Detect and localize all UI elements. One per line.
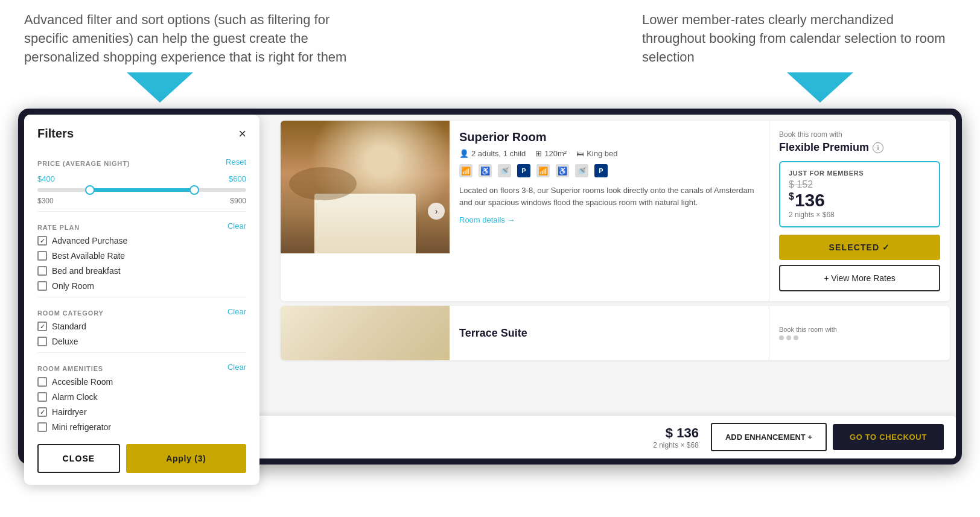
room-category-deluxe[interactable]: Deluxe: [37, 337, 246, 346]
book-with-label: Book this room with: [779, 130, 940, 139]
price-section-label: PRICE (AVERAGE NIGHT): [37, 160, 130, 167]
view-more-rates-button[interactable]: + View More Rates: [779, 265, 940, 291]
room-size: ⊞ 120m²: [535, 149, 567, 158]
room-category-label: ROOM CATEGORY: [37, 309, 104, 317]
accessible-icon-1: ♿: [479, 164, 492, 177]
price-low-value: $400: [37, 174, 55, 183]
parking-icon-1: P: [517, 164, 530, 177]
bed-icon: 🛏: [576, 149, 584, 158]
checkbox-accessible[interactable]: [37, 377, 47, 387]
amenity-label-1: Alarm Clock: [52, 392, 97, 402]
checkbox-bed-breakfast[interactable]: [37, 266, 47, 276]
divider-1: [37, 211, 246, 212]
checkbox-hairdryer[interactable]: [37, 407, 47, 417]
selection-nights: 2 nights × $68: [653, 441, 699, 449]
person-icon: 👤: [459, 149, 469, 158]
room-amenities-label: ROOM AMENITIES: [37, 365, 103, 372]
price-box: JUST FOR MEMBERS $ 152 $136 2 nights × $…: [779, 161, 940, 227]
room-name: Superior Room: [459, 130, 759, 144]
amenity-label-3: Mini refrigerator: [52, 422, 111, 432]
terrace-book-with-label: Book this room with: [779, 326, 940, 333]
rate-plan-section-label: RATE PLAN: [37, 224, 80, 231]
booking-panel: Book this room with Flexible Premium i J…: [769, 121, 950, 301]
rate-plan-name-text: Flexible Premium: [779, 141, 869, 154]
checkbox-deluxe[interactable]: [37, 337, 47, 346]
accessible-icon-2: ♿: [556, 164, 569, 177]
device-frame: Filters × PRICE (AVERAGE NIGHT) Reset $4…: [18, 109, 962, 465]
checkbox-standard[interactable]: [37, 322, 47, 331]
rate-plan-label-2: Bed and breakfast: [52, 266, 121, 276]
room-image-wrap: ›: [281, 121, 450, 301]
go-to-checkout-button[interactable]: GO TO CHECKOUT: [833, 424, 944, 450]
close-filter-button[interactable]: CLOSE: [37, 444, 120, 458]
room-category-label-0: Standard: [52, 322, 86, 331]
rate-plan-option-2[interactable]: Bed and breakfast: [37, 266, 246, 276]
room-category-label-1: Deluxe: [52, 337, 78, 346]
checkbox-best-available[interactable]: [37, 251, 47, 261]
size-icon: ⊞: [535, 149, 542, 158]
rate-plan-label-0: Advanced Purchase: [52, 236, 127, 246]
rate-plan-label-1: Best Available Rate: [52, 251, 125, 261]
room-details-link[interactable]: Room details →: [459, 215, 515, 224]
shower-icon-1: 🚿: [498, 164, 511, 177]
slider-thumb-right[interactable]: [189, 185, 199, 195]
room-description: Located on floors 3-8, our Superior room…: [459, 185, 759, 208]
left-arrow-icon: [127, 72, 193, 103]
terrace-booking-panel: Book this room with: [769, 306, 950, 360]
members-badge: JUST FOR MEMBERS: [789, 170, 931, 177]
room-category-standard[interactable]: Standard: [37, 322, 246, 331]
parking-icon-2: P: [594, 164, 608, 177]
left-annotation: Advanced filter and sort options (such a…: [24, 11, 362, 66]
checkbox-alarm-clock[interactable]: [37, 392, 47, 402]
selected-button[interactable]: SELECTED ✓: [779, 235, 940, 260]
rate-plan-option-3[interactable]: Only Room: [37, 281, 246, 291]
price-high-value: $600: [229, 174, 246, 183]
rate-dot-2: [786, 335, 791, 340]
filter-close-icon[interactable]: ×: [238, 127, 246, 141]
filter-panel: Filters × PRICE (AVERAGE NIGHT) Reset $4…: [24, 115, 259, 458]
divider-2: [37, 297, 246, 297]
checkbox-advanced-purchase[interactable]: [37, 236, 47, 246]
terrace-suite-image: [281, 306, 450, 360]
add-enhancement-button[interactable]: ADD ENHANCEMENT +: [711, 423, 827, 451]
carousel-next-button[interactable]: ›: [428, 203, 445, 220]
room-occupancy: 👤 2 adults, 1 child: [459, 149, 526, 158]
price-max-label: $900: [230, 197, 246, 205]
price-original: $ 152: [789, 179, 931, 190]
price-reset-button[interactable]: Reset: [226, 157, 246, 167]
checkbox-mini-fridge[interactable]: [37, 422, 47, 432]
room-image: [281, 121, 450, 253]
amenity-mini-fridge[interactable]: Mini refrigerator: [37, 422, 246, 432]
superior-room-card: › Superior Room 👤 2 adults, 1 child ⊞ 12…: [281, 121, 950, 301]
price-per-night: 2 nights × $68: [789, 211, 931, 219]
slider-thumb-left[interactable]: [85, 185, 95, 195]
device-screen: Filters × PRICE (AVERAGE NIGHT) Reset $4…: [24, 115, 956, 458]
room-amenities-clear-button[interactable]: Clear: [228, 363, 246, 372]
wifi-icon-2: 📶: [536, 164, 550, 177]
checkbox-only-room[interactable]: [37, 281, 47, 291]
rate-plan-label-3: Only Room: [52, 281, 94, 291]
filter-title: Filters: [37, 127, 74, 141]
slider-fill: [90, 188, 194, 192]
room-info: Superior Room 👤 2 adults, 1 child ⊞ 120m…: [450, 121, 769, 301]
amenity-label-0: Accesible Room: [52, 377, 113, 387]
rate-plan-info-icon[interactable]: i: [873, 142, 883, 153]
amenity-hairdryer[interactable]: Hairdryer: [37, 407, 246, 417]
divider-3: [37, 352, 246, 353]
room-category-clear-button[interactable]: Clear: [228, 307, 246, 316]
price-min-label: $300: [37, 197, 54, 205]
rate-plan-option-0[interactable]: Advanced Purchase: [37, 236, 246, 246]
price-main: $136: [789, 191, 931, 209]
terrace-suite-name: Terrace Suite: [459, 327, 527, 340]
rate-dot-3: [794, 335, 798, 340]
amenity-alarm-clock[interactable]: Alarm Clock: [37, 392, 246, 402]
amenity-accessible[interactable]: Accesible Room: [37, 377, 246, 387]
selection-price: $ 136: [653, 425, 699, 441]
rate-plan-option-1[interactable]: Best Available Rate: [37, 251, 246, 261]
amenity-label-2: Hairdryer: [52, 407, 87, 417]
rate-plan-clear-button[interactable]: Clear: [228, 221, 246, 230]
right-arrow-icon: [787, 72, 853, 103]
dollar-sign: $: [789, 191, 794, 201]
price-slider-track[interactable]: [37, 188, 246, 192]
apply-filter-button[interactable]: Apply (3): [126, 444, 246, 458]
